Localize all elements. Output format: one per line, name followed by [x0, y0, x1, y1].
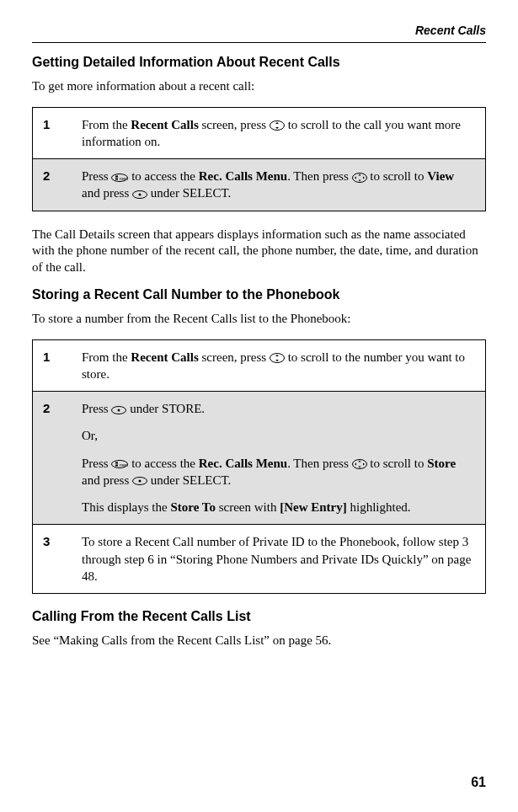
- table-row: 2 Press to access the Rec. Calls Menu. T…: [33, 159, 486, 211]
- step-number: 1: [33, 107, 72, 159]
- step-text: Press to access the Rec. Calls Menu. The…: [72, 159, 486, 211]
- step-text: From the Recent Calls screen, press to s…: [72, 107, 486, 159]
- dot-icon: [132, 190, 147, 199]
- step-number: 2: [33, 392, 72, 525]
- step-number: 3: [33, 525, 72, 594]
- section-heading-2: Storing a Recent Call Number to the Phon…: [32, 287, 486, 302]
- step-text: From the Recent Calls screen, press to s…: [72, 339, 486, 392]
- menu-icon: [111, 460, 128, 468]
- section-heading-3: Calling From the Recent Calls List: [32, 609, 486, 624]
- page: Recent Calls Getting Detailed Informatio…: [0, 0, 518, 649]
- section-intro-2: To store a number from the Recent Calls …: [32, 311, 486, 328]
- menu-icon: [111, 174, 128, 182]
- section-1-after: The Call Details screen that appears dis…: [32, 227, 486, 276]
- section-intro-1: To get more information about a recent c…: [32, 78, 486, 95]
- step-text: To store a Recent Call number of Private…: [72, 525, 486, 594]
- table-row: 3 To store a Recent Call number of Priva…: [33, 525, 486, 594]
- running-header: Recent Calls: [32, 24, 486, 37]
- dot-icon: [132, 477, 147, 485]
- step-number: 1: [33, 339, 72, 392]
- table-row: 2 Press under STORE. Or, Press to access…: [33, 392, 486, 525]
- nav-icon: [352, 173, 367, 183]
- section-heading-1: Getting Detailed Information About Recen…: [32, 55, 486, 70]
- page-number: 61: [471, 775, 486, 790]
- dot-icon: [111, 406, 126, 414]
- header-rule: [32, 42, 486, 43]
- section-3-body: See “Making Calls from the Recent Calls …: [32, 633, 486, 649]
- steps-table-1: 1 From the Recent Calls screen, press to…: [32, 107, 486, 211]
- scroll-icon: [270, 353, 285, 363]
- step-text: Press under STORE. Or, Press to access t…: [72, 392, 486, 525]
- table-row: 1 From the Recent Calls screen, press to…: [33, 107, 486, 159]
- scroll-icon: [270, 120, 285, 131]
- nav-icon: [352, 459, 367, 469]
- steps-table-2: 1 From the Recent Calls screen, press to…: [32, 339, 486, 595]
- table-row: 1 From the Recent Calls screen, press to…: [33, 339, 486, 392]
- step-number: 2: [33, 159, 72, 211]
